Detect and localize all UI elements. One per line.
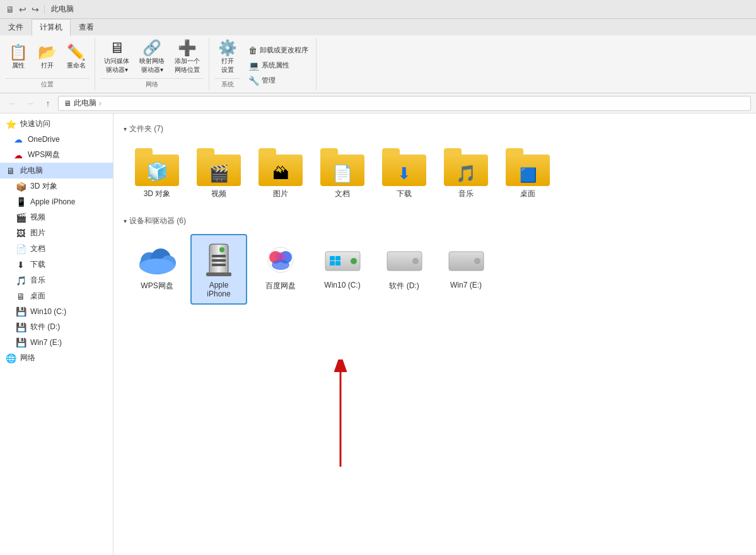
nav-path-separator: › [99,99,102,108]
sidebar-item-e-drive[interactable]: 💾 Win7 (E:) [0,335,113,350]
device-item-d-drive[interactable]: 软件 (D:) [376,234,433,305]
network-icon: 🌐 [5,353,16,363]
folder-item-downloads[interactable]: ⬇ 下载 [376,142,433,206]
ribbon-btn-system-props[interactable]: 💻 系统属性 [246,59,311,72]
sidebar-item-d-drive[interactable]: 💾 软件 (D:) [0,319,113,335]
folder-label-3d: 3D 对象 [144,189,171,199]
folder-icon-desktop: 🟦 [506,148,550,186]
quick-access-icon: ⭐ [5,119,16,129]
manage-icon: 🔧 [248,76,259,86]
sidebar-item-video[interactable]: 🎬 视频 [0,209,113,225]
undo-icon[interactable]: ↩ [18,4,28,15]
baidu-svg [262,242,299,277]
folder-label-video: 视频 [211,189,226,199]
c-drive-icon: 💾 [15,307,26,317]
svg-rect-22 [330,261,335,266]
tab-view[interactable]: 查看 [71,19,102,35]
sidebar-item-network-label: 网络 [20,353,35,363]
sidebar-item-network[interactable]: 🌐 网络 [0,350,113,366]
nav-bar: ← → ↑ 🖥 此电脑 › [0,93,756,114]
svg-rect-20 [330,256,335,260]
sidebar-item-c-drive[interactable]: 💾 Win10 (C:) [0,304,113,319]
sidebar-item-music-label: 音乐 [30,275,45,286]
sidebar-item-downloads[interactable]: ⬇ 下载 [0,257,113,272]
sidebar-item-3d[interactable]: 📦 3D 对象 [0,178,113,194]
folder-label-downloads: 下载 [397,189,412,199]
ribbon-group-system: ⚙️ 打开设置 系统 🗑 卸载或更改程序 💻 系统属性 🔧 管理 [209,38,317,90]
sidebar: ⭐ 快速访问 ☁ OneDrive ☁ WPS网盘 🖥 此电脑 📦 3D 对象 … [0,114,113,555]
open-label: 打开 [41,61,54,70]
device-label-c-drive: Win10 (C:) [324,281,360,289]
ribbon-btn-map-drive[interactable]: 🔗 映射网络驱动器▾ [136,38,168,77]
sidebar-item-pictures[interactable]: 🖼 图片 [0,225,113,241]
properties-label: 属性 [12,61,25,70]
folder-item-pictures[interactable]: 🏔 图片 [252,142,309,206]
annotation-arrow [315,359,366,473]
folder-item-3d[interactable]: 🧊 3D 对象 [129,142,185,206]
nav-up-button[interactable]: ↑ [40,96,55,111]
nav-forward-button[interactable]: → [23,96,38,111]
svg-rect-8 [212,255,226,257]
ribbon-btn-access-media[interactable]: 🖥 访问媒体驱动器▾ [100,38,133,77]
device-item-iphone[interactable]: Apple iPhone [190,234,247,305]
nav-back-button[interactable]: ← [5,96,20,111]
sidebar-item-video-label: 视频 [30,212,45,223]
sidebar-item-apple-iphone[interactable]: 📱 Apple iPhone [0,194,113,209]
uninstall-label: 卸载或更改程序 [260,45,308,55]
map-drive-icon: 🔗 [142,40,161,56]
sidebar-item-d-drive-label: 软件 (D:) [30,322,60,332]
folder-icon-downloads: ⬇ [382,148,426,186]
e-drive-icon: 💾 [15,337,26,348]
folder-item-desktop[interactable]: 🟦 桌面 [499,142,556,206]
folder-item-video[interactable]: 🎬 视频 [190,142,247,206]
device-item-baidu[interactable]: 百度网盘 [252,234,309,305]
ribbon-btn-open[interactable]: 📂 打开 [34,42,61,73]
ribbon-btn-properties[interactable]: 📋 属性 [5,42,32,73]
system-props-icon: 💻 [248,61,259,71]
device-item-c-drive[interactable]: Win10 (C:) [314,234,371,305]
c-drive-device-icon [320,240,364,278]
sidebar-item-desktop[interactable]: 🖥 桌面 [0,288,113,304]
sidebar-item-onedrive[interactable]: ☁ OneDrive [0,132,113,147]
nav-path-icon: 🖥 [64,99,71,108]
sidebar-item-this-pc[interactable]: 🖥 此电脑 [0,163,113,178]
svg-rect-9 [212,259,226,262]
ribbon-tab-bar: 文件 计算机 查看 [0,19,756,35]
svg-rect-23 [335,261,340,266]
device-item-wps[interactable]: WPS网盘 [129,234,185,305]
properties-icon: 📋 [9,45,28,60]
tab-computer[interactable]: 计算机 [32,19,71,36]
title-bar-controls: 🖥 ↩ ↪ [5,4,46,15]
ribbon-btn-uninstall[interactable]: 🗑 卸载或更改程序 [246,44,311,57]
video-icon: 🎬 [15,213,26,223]
ribbon-btn-manage[interactable]: 🔧 管理 [246,74,311,87]
folder-icon-3d: 🧊 [135,148,179,186]
device-item-e-drive[interactable]: Win7 (E:) [438,234,494,305]
ribbon-btn-add-location[interactable]: ➕ 添加一个网络位置 [171,38,204,77]
sidebar-item-quick-access[interactable]: ⭐ 快速访问 [0,116,113,132]
sidebar-item-3d-label: 3D 对象 [30,181,57,192]
folder-item-music[interactable]: 🎵 音乐 [438,142,494,206]
ribbon-btn-rename[interactable]: ✏️ 重命名 [63,42,90,73]
folder-label-documents: 文档 [335,189,350,199]
tab-file[interactable]: 文件 [0,19,32,35]
sidebar-item-e-drive-label: Win7 (E:) [30,338,62,347]
ribbon-group-position-items: 📋 属性 📂 打开 ✏️ 重命名 [5,38,90,77]
ribbon-group-position: 📋 属性 📂 打开 ✏️ 重命名 位置 [0,38,95,90]
ribbon-btn-settings[interactable]: ⚙️ 打开设置 [214,38,241,77]
folder-item-documents[interactable]: 📄 文档 [314,142,371,206]
sidebar-item-documents[interactable]: 📄 文档 [0,241,113,257]
svg-rect-10 [212,264,226,266]
nav-path[interactable]: 🖥 此电脑 › [58,96,751,111]
baidu-cloud-device-icon [259,240,303,278]
sidebar-item-wps-cloud[interactable]: ☁ WPS网盘 [0,147,113,163]
redo-icon[interactable]: ↪ [30,4,40,15]
svg-point-7 [219,247,224,252]
title-text: 此电脑 [51,4,74,15]
devices-grid: WPS网盘 [124,234,746,305]
add-location-label: 添加一个网络位置 [175,57,200,74]
d-drive-svg [384,242,425,277]
sidebar-item-downloads-label: 下载 [30,259,45,270]
sidebar-item-music[interactable]: 🎵 音乐 [0,272,113,288]
folder-icon-video: 🎬 [197,148,241,186]
